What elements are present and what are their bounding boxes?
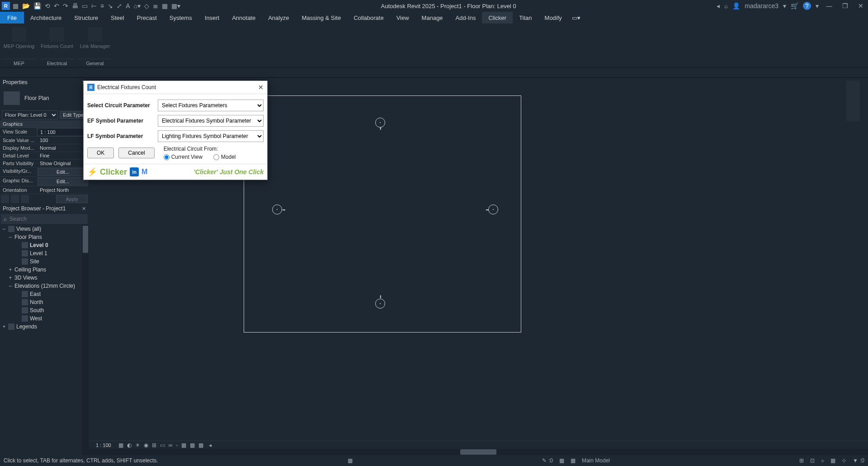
property-group-header[interactable]: Graphics⌃	[0, 120, 89, 128]
cart-icon[interactable]: 🛒	[791, 2, 798, 10]
dropdown-icon[interactable]: ▾	[783, 2, 786, 10]
workset-display[interactable]: Main Model	[582, 457, 610, 464]
lighting-fixture[interactable]	[375, 299, 385, 309]
view-control-icon[interactable]: ◦	[176, 442, 178, 448]
navigation-bar[interactable]	[846, 81, 860, 121]
filter-count[interactable]: ▼:0	[853, 457, 864, 464]
tree-item[interactable]: Level 0	[0, 241, 89, 249]
tree-item[interactable]: +Ceiling Plans	[0, 266, 89, 274]
gmail-icon[interactable]: M	[142, 168, 147, 176]
save-icon[interactable]: 💾	[33, 2, 41, 10]
tree-item[interactable]: +Legends	[0, 323, 89, 331]
view-control-icon[interactable]: ∞	[169, 442, 173, 448]
qat-icon[interactable]: ▦	[13, 2, 19, 10]
property-value[interactable]: Edit...	[38, 168, 88, 176]
tree-item[interactable]: Site	[0, 257, 89, 266]
print-icon[interactable]: 🖶	[72, 2, 78, 10]
switch-windows-icon[interactable]: ▦▾	[171, 2, 180, 10]
tab-insert[interactable]: Insert	[198, 12, 226, 24]
text-icon[interactable]: A	[126, 2, 130, 10]
tab-addins[interactable]: Add-Ins	[449, 12, 482, 24]
tab-precast[interactable]: Precast	[131, 12, 163, 24]
tree-item[interactable]: +3D Views	[0, 274, 89, 282]
tree-twisty[interactable]: +	[2, 323, 6, 330]
nav-left-icon[interactable]: ◂	[717, 2, 720, 10]
view-control-icon[interactable]: ◉	[144, 442, 148, 448]
tree-twisty[interactable]: –	[2, 226, 6, 232]
home-icon[interactable]: ⌂▾	[134, 2, 141, 10]
tab-annotate[interactable]: Annotate	[226, 12, 262, 24]
search-input[interactable]	[9, 216, 85, 222]
tree-item[interactable]: South	[0, 306, 89, 314]
tab-structure[interactable]: Structure	[68, 12, 104, 24]
tree-twisty[interactable]: –	[8, 283, 13, 289]
tab-clicker[interactable]: Clicker	[482, 12, 513, 24]
view-control-icon[interactable]: ▦	[181, 442, 186, 448]
tab-file[interactable]: File	[0, 12, 24, 24]
qat-icon[interactable]: ▭	[82, 2, 88, 10]
search-icon[interactable]: ⌕	[724, 2, 728, 10]
app-logo[interactable]: R	[2, 2, 10, 10]
radio-model[interactable]: Model	[213, 154, 236, 160]
tab-view[interactable]: View	[390, 12, 415, 24]
tree-item[interactable]: –Floor Plans	[0, 233, 89, 241]
undo-icon[interactable]: ↶	[54, 2, 59, 10]
restore-button[interactable]: ❐	[840, 2, 851, 10]
section-icon[interactable]: ◇	[144, 2, 149, 10]
close-button[interactable]: ✕	[855, 2, 866, 10]
dialog-titlebar[interactable]: R Electrical Fixtures Count ✕	[84, 81, 267, 94]
user-name[interactable]: madararce3	[745, 2, 778, 10]
view-control-icon[interactable]: ☀	[135, 442, 140, 448]
sort-asc-icon[interactable]	[11, 195, 19, 203]
lf-symbol-parameter-select[interactable]: Lighting Fixtures Symbol Parameter	[158, 130, 264, 142]
tab-manage[interactable]: Manage	[415, 12, 449, 24]
tab-video[interactable]: ▭▾	[568, 12, 584, 24]
tab-massing[interactable]: Massing & Site	[295, 12, 347, 24]
tree-item[interactable]: West	[0, 314, 89, 323]
dialog-close-button[interactable]: ✕	[258, 84, 264, 91]
type-selector[interactable]: Floor Plan	[0, 87, 89, 109]
sort-icon[interactable]	[1, 195, 9, 203]
view-control-icon[interactable]: ▦	[190, 442, 195, 448]
tree-twisty[interactable]: –	[8, 234, 13, 240]
redo-icon[interactable]: ↷	[63, 2, 68, 10]
tree-item[interactable]: –Elevations (12mm Circle)	[0, 282, 89, 290]
tab-modify[interactable]: Modify	[538, 12, 568, 24]
ok-button[interactable]: OK	[87, 147, 114, 158]
open-icon[interactable]: 📂	[22, 2, 30, 10]
align-icon[interactable]: ≡	[100, 2, 104, 10]
status-icon[interactable]: ▦	[830, 457, 835, 464]
status-icon[interactable]: ⊞	[799, 457, 804, 464]
property-value[interactable]: 1 : 100	[37, 128, 89, 136]
sort-desc-icon[interactable]	[21, 195, 29, 203]
scroll-left-icon[interactable]: ◂	[209, 442, 212, 448]
view-control-icon[interactable]: ▦	[198, 442, 203, 448]
selection-count[interactable]: ✎ :0	[542, 457, 553, 464]
link-manager-button[interactable]: Link Manager	[78, 25, 112, 51]
tab-architecture[interactable]: Architecture	[24, 12, 68, 24]
dimension-icon[interactable]: ⤢	[117, 2, 122, 10]
instance-selector[interactable]: Floor Plan: Level 0	[2, 110, 58, 119]
status-icon[interactable]: ⊡	[810, 457, 815, 464]
view-control-icon[interactable]: ◐	[127, 442, 132, 448]
tree-item[interactable]: Level 1	[0, 249, 89, 257]
measure-icon[interactable]: ⊢	[91, 2, 97, 10]
tree-scrollbar[interactable]	[82, 225, 89, 455]
room-boundary[interactable]	[244, 95, 521, 333]
lighting-fixture[interactable]	[375, 118, 385, 128]
view-control-icon[interactable]: ▭	[160, 442, 165, 448]
tab-collaborate[interactable]: Collaborate	[347, 12, 390, 24]
status-icon[interactable]: ⟐	[821, 457, 824, 464]
mep-opening-button[interactable]: MEP Opening	[2, 25, 36, 51]
tree-twisty[interactable]: +	[8, 266, 13, 273]
tab-titan[interactable]: Titan	[513, 12, 538, 24]
tree-item[interactable]: –Views (all)	[0, 225, 89, 233]
scale-display[interactable]: 1 : 100	[92, 442, 115, 448]
tab-analyze[interactable]: Analyze	[262, 12, 295, 24]
fixtures-count-button[interactable]: Fixtures Count	[40, 25, 74, 51]
tree-twisty[interactable]: +	[8, 275, 13, 281]
tree-item[interactable]: East	[0, 290, 89, 298]
workset-icon[interactable]: ▦	[559, 457, 564, 464]
tree-item[interactable]: North	[0, 298, 89, 306]
close-views-icon[interactable]: ▦	[162, 2, 168, 10]
